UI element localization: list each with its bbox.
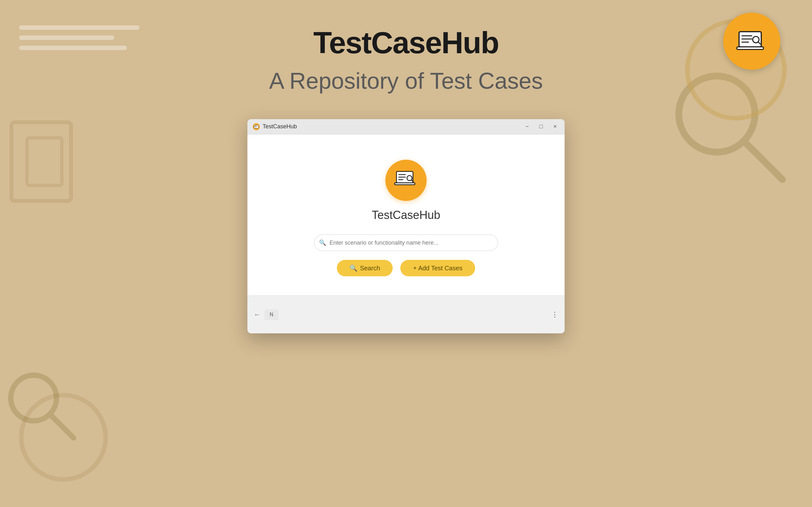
app-logo-badge — [723, 13, 780, 70]
title-bar: TestCaseHub − □ × — [247, 119, 565, 134]
page-subtitle: A Repository of Test Cases — [269, 68, 543, 94]
search-button-label: Search — [360, 265, 380, 272]
search-input-icon: 🔍 — [319, 239, 326, 246]
search-icon-btn: 🔍 — [350, 264, 357, 272]
title-bar-controls: − □ × — [523, 122, 560, 131]
search-button[interactable]: 🔍 Search — [337, 260, 393, 276]
search-input-wrapper: 🔍 — [314, 234, 498, 251]
svg-rect-19 — [395, 183, 415, 185]
page-title: TestCaseHub — [313, 25, 499, 60]
bottom-nav: ← N ⋮ — [247, 295, 565, 333]
window-content: TestCaseHub 🔍 🔍 Search + Add Test Cases — [247, 134, 565, 295]
badge-laptop-icon — [734, 24, 769, 59]
bg-search-icon-left — [3, 368, 79, 444]
svg-line-1 — [51, 415, 73, 438]
window-app-name: TestCaseHub — [372, 209, 440, 222]
bg-circle-left — [19, 393, 108, 482]
more-options-button[interactable]: ⋮ — [551, 311, 558, 319]
title-bar-app-name: TestCaseHub — [263, 123, 297, 130]
page-content: TestCaseHub A Repository of Test Cases T… — [0, 0, 812, 333]
minimize-button[interactable]: − — [523, 122, 531, 131]
back-button[interactable]: ← — [254, 311, 261, 319]
close-button[interactable]: × — [551, 122, 560, 131]
nav-tab[interactable]: N — [264, 309, 278, 320]
app-icon-container — [386, 160, 426, 201]
add-test-cases-button[interactable]: + Add Test Cases — [400, 260, 475, 276]
action-buttons: 🔍 Search + Add Test Cases — [337, 260, 475, 276]
app-laptop-icon — [393, 168, 419, 193]
maximize-button[interactable]: □ — [537, 122, 546, 131]
title-bar-icon — [252, 123, 260, 130]
app-window: TestCaseHub − □ × — [247, 119, 565, 333]
svg-rect-8 — [737, 47, 763, 49]
add-test-cases-label: + Add Test Cases — [413, 265, 462, 272]
svg-point-0 — [11, 375, 56, 421]
search-input[interactable] — [314, 234, 498, 251]
